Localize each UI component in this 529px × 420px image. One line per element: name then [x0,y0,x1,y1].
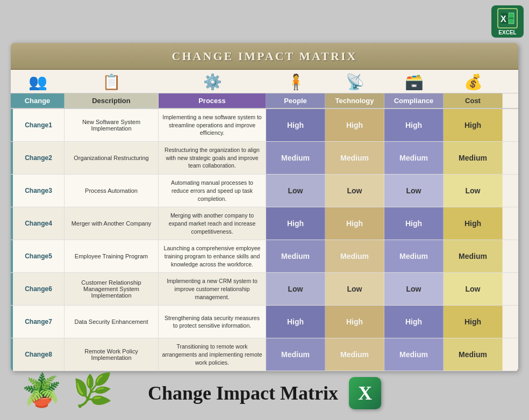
plant-icon-2: 🌿 [73,371,113,409]
technology-icon: 📡 [325,73,384,91]
excel-logo-bottom: X [349,377,381,409]
cell-tech-5: Low [325,273,384,305]
table-row: Change6 Customer Relationship Management… [11,273,518,306]
cell-cost-3: High [444,207,503,240]
cell-change-1: Change2 [11,142,65,174]
cell-people-5: Low [266,273,325,305]
cell-comp-0: High [384,109,444,141]
cell-desc-5: Customer Relationship Management System … [65,273,159,305]
table-row: Change3 Process Automation Automating ma… [11,175,518,207]
cell-comp-3: High [384,207,444,240]
cell-process-6: Strengthening data security measures to … [159,306,266,338]
matrix-container: CHANGE IMPACT MATRIX 👥 📋 ⚙️ 🧍 📡 🗃️ 💰 Cha… [11,43,518,371]
cell-change-5: Change6 [11,273,65,305]
excel-icon-topright: X EXCEL [491,5,524,38]
cell-desc-3: Merger with Another Company [65,207,159,240]
cell-desc-0: New Software System Implementation [65,109,159,141]
cell-change-4: Change5 [11,240,65,272]
cell-cost-1: Medium [444,142,503,174]
cell-comp-4: Medium [384,240,444,272]
cell-cost-0: High [444,109,503,141]
cell-cost-4: Medium [444,240,503,272]
cell-people-0: High [266,109,325,141]
cell-cost-5: Low [444,273,503,305]
header-cost: Cost [444,93,503,108]
excel-label: EXCEL [498,30,516,35]
people-icon: 🧍 [266,73,325,91]
table-row: Change1 New Software System Implementati… [11,109,518,142]
cell-people-6: High [266,306,325,338]
header-people: People [266,93,325,108]
cell-people-2: Low [266,175,325,207]
cell-comp-2: Low [384,175,444,207]
cell-change-6: Change7 [11,306,65,338]
cell-change-2: Change3 [11,175,65,207]
cell-desc-6: Data Security Enhancement [65,306,159,338]
cell-tech-0: High [325,109,384,141]
plants-area: 🪴 🌿 [22,371,113,409]
title-bar: CHANGE IMPACT MATRIX [11,43,518,70]
cell-process-5: Implementing a new CRM system to improve… [159,273,266,305]
cell-people-3: High [266,207,325,240]
cell-change-3: Change4 [11,207,65,240]
cell-process-4: Launching a comprehensive employee train… [159,240,266,272]
process-icon: ⚙️ [159,73,266,91]
matrix-title: CHANGE IMPACT MATRIX [172,49,358,63]
cell-tech-2: Low [325,175,384,207]
cell-process-0: Implementing a new software system to st… [159,109,266,141]
bottom-title: Change Impact Matrix X [148,377,381,409]
icon-row: 👥 📋 ⚙️ 🧍 📡 🗃️ 💰 [11,70,518,93]
cell-comp-6: High [384,306,444,338]
table-row: Change2 Organizational Restructuring Res… [11,142,518,175]
bottom-section: 🪴 🌿 Change Impact Matrix X [0,334,529,420]
cell-tech-6: High [325,306,384,338]
cell-comp-1: Medium [384,142,444,174]
cell-tech-3: High [325,207,384,240]
excel-logo: X [497,8,518,28]
cell-comp-5: Low [384,273,444,305]
cell-people-4: Medium [266,240,325,272]
bottom-title-text: Change Impact Matrix [148,382,338,404]
cell-cost-2: Low [444,175,503,207]
cost-icon: 💰 [444,73,503,91]
change-icon: 👥 [11,73,65,91]
plant-icon-1: 🪴 [22,371,62,409]
cell-tech-4: Medium [325,240,384,272]
cell-process-2: Automating manual processes to reduce er… [159,175,266,207]
cell-people-1: Medium [266,142,325,174]
table-row: Change4 Merger with Another Company Merg… [11,207,518,240]
cell-desc-4: Employee Training Program [65,240,159,272]
cell-desc-1: Organizational Restructuring [65,142,159,174]
cell-process-3: Merging with another company to expand m… [159,207,266,240]
svg-rect-4 [509,19,514,24]
header-process: Process [159,93,266,108]
header-description: Description [65,93,159,108]
header-change: Change [11,93,65,108]
cell-cost-6: High [444,306,503,338]
cell-change-0: Change1 [11,109,65,141]
cell-desc-2: Process Automation [65,175,159,207]
header-technology: Technology [325,93,384,108]
description-icon: 📋 [65,73,159,91]
svg-text:X: X [501,15,506,24]
compliance-icon: 🗃️ [384,73,444,91]
svg-rect-3 [509,13,514,18]
header-row: Change Description Process People Techno… [11,93,518,109]
cell-tech-1: Medium [325,142,384,174]
excel-x: X [358,382,372,404]
data-table: Change1 New Software System Implementati… [11,109,518,371]
table-row: Change5 Employee Training Program Launch… [11,240,518,273]
header-compliance: Compliance [384,93,444,108]
cell-process-1: Restructuring the organization to align … [159,142,266,174]
